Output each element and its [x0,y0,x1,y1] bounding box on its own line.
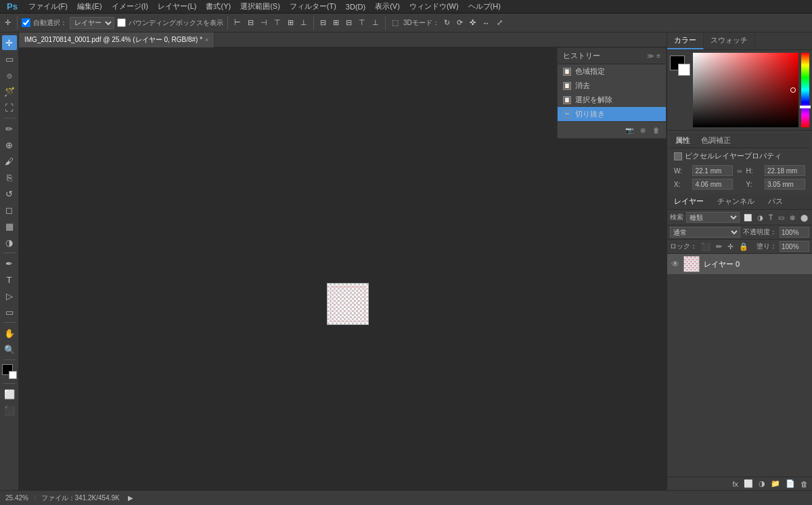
tab-paths[interactable]: パス [761,194,790,209]
menu-format[interactable]: 書式(Y) [202,0,235,13]
layers-filter-toggle[interactable]: ⬤ [799,213,809,222]
fg-bg-colors[interactable] [2,364,17,379]
menu-file[interactable]: ファイル(F) [24,0,72,13]
history-new-btn[interactable]: ⊕ [637,125,648,135]
blend-mode-select[interactable]: 通常 [670,227,740,238]
history-item-1[interactable]: 📋 消去 [558,79,666,93]
layers-group-btn[interactable]: 📁 [769,479,782,488]
layer-visibility-0[interactable]: 👁 [671,259,679,269]
shape-tool[interactable]: ▭ [2,305,17,320]
marquee-tool[interactable]: ▭ [2,51,17,66]
align-center-v-btn[interactable]: ⊞ [286,17,296,28]
layers-filter-shape-btn[interactable]: ▭ [777,213,786,222]
history-item-3[interactable]: ✂ 切り抜き [558,107,666,121]
bounding-box-checkbox[interactable] [117,18,126,27]
clone-tool[interactable]: ⎘ [2,170,17,185]
layers-filter-adj-btn[interactable]: ◑ [756,213,765,222]
menu-layer[interactable]: レイヤー(L) [154,0,200,13]
tab-color[interactable]: カラー [667,32,704,49]
props-w-input[interactable] [692,165,733,176]
props-link-icon[interactable]: ∞ [736,167,743,175]
menu-select[interactable]: 選択範囲(S) [236,0,284,13]
distribute-2-btn[interactable]: ⊞ [331,17,341,28]
distribute-5-btn[interactable]: ⊥ [370,17,381,28]
file-tab[interactable]: IMG_20170814_0001.pdf @ 25.4% (レイヤー 0, R… [19,32,215,47]
tab-close-btn[interactable]: × [205,37,208,43]
pen-tool[interactable]: ✒ [2,256,17,271]
canvas-background[interactable]: ヒストリー ≫ ≡ 📋 色域指定 📋 消去 📋 選択を解除 [19,47,667,490]
lasso-tool[interactable]: ⌾ [2,68,17,83]
auto-select-checkbox[interactable] [22,18,30,27]
layers-fx-btn[interactable]: fx [731,479,740,488]
history-expand-icon[interactable]: ≫ [647,52,654,60]
distribute-1-btn[interactable]: ⊟ [318,17,328,28]
3d-icon-btn[interactable]: ⬚ [390,17,401,28]
move-tool[interactable]: ✛ [2,35,17,50]
menu-3d[interactable]: 3D(D) [342,1,369,12]
quick-select-tool[interactable]: 🪄 [2,84,17,99]
align-left-btn[interactable]: ⊢ [232,17,243,28]
3d-scale-btn[interactable]: ⤢ [495,17,505,28]
layers-filter-select[interactable]: 種類 [686,212,740,223]
auto-select-dropdown[interactable]: レイヤー [70,17,114,29]
tab-layers[interactable]: レイヤー [667,194,710,209]
props-h-input[interactable] [765,165,805,176]
layers-delete-btn[interactable]: 🗑 [799,479,809,488]
layers-filter-type-btn[interactable]: T [767,213,774,222]
layers-new-btn[interactable]: 📄 [784,479,796,488]
layers-adj-btn[interactable]: ◑ [757,479,767,488]
lock-all-btn[interactable]: 🔒 [738,242,750,251]
align-right-btn[interactable]: ⊣ [258,17,269,28]
align-bottom-btn[interactable]: ⊥ [298,17,309,28]
tab-channels[interactable]: チャンネル [710,194,761,209]
color-gradient-picker[interactable] [693,53,798,127]
dodge-tool[interactable]: ◑ [2,235,17,250]
tab-swatches[interactable]: スウォッチ [704,32,755,49]
props-x-input[interactable] [692,179,733,190]
align-top-btn[interactable]: ⊤ [272,17,283,28]
move-tool-options[interactable]: ✛ [3,17,13,28]
lock-pixels-btn[interactable]: ⬛ [700,242,712,251]
menu-window[interactable]: ウィンドウ(W) [405,0,463,13]
menu-filter[interactable]: フィルター(T) [286,0,340,13]
screen-mode-btn[interactable]: ⬛ [2,403,17,418]
history-snapshot-btn[interactable]: 📷 [624,125,635,135]
opacity-input[interactable] [780,227,809,238]
color-hue-bar[interactable] [801,53,809,127]
3d-pan-btn[interactable]: ✜ [468,17,478,28]
history-brush-tool[interactable]: ↺ [2,186,17,201]
history-panel-header[interactable]: ヒストリー ≫ ≡ [558,48,666,64]
menu-help[interactable]: ヘルプ(H) [464,0,505,13]
mask-mode-btn[interactable]: ⬜ [2,387,17,401]
layer-item-0[interactable]: 👁 レイヤー 0 [667,254,812,274]
tab-adjustments[interactable]: 色調補正 [696,133,736,148]
eraser-tool[interactable]: ◻ [2,202,17,217]
layers-filter-pixel-btn[interactable]: ⬜ [742,213,753,222]
brush-tool[interactable]: 🖌 [2,154,17,169]
menu-view[interactable]: 表示(V) [371,0,404,13]
crop-tool[interactable]: ⛶ [2,100,17,115]
align-center-h-btn[interactable]: ⊟ [246,17,256,28]
history-menu-icon[interactable]: ≡ [656,52,660,60]
tab-attributes[interactable]: 属性 [670,133,696,148]
lock-move-btn[interactable]: ✛ [726,242,735,251]
eyedropper-tool[interactable]: ✏ [2,121,17,136]
3d-slide-btn[interactable]: ↔ [480,18,492,28]
background-color[interactable] [9,371,17,379]
type-tool[interactable]: T [2,272,17,287]
gradient-tool[interactable]: ▦ [2,219,17,234]
history-delete-btn[interactable]: 🗑 [651,125,662,135]
history-item-2[interactable]: 📋 選択を解除 [558,93,666,107]
spot-heal-tool[interactable]: ⊕ [2,137,17,152]
menu-image[interactable]: イメージ(I) [108,0,152,13]
history-item-0[interactable]: 📋 色域指定 [558,64,666,79]
fill-input[interactable] [780,241,809,252]
lock-paint-btn[interactable]: ✏ [715,242,723,251]
distribute-3-btn[interactable]: ⊟ [344,17,354,28]
fg-bg-color-boxes[interactable] [670,56,690,76]
3d-roll-btn[interactable]: ⟳ [455,17,465,28]
zoom-tool[interactable]: 🔍 [2,342,17,357]
distribute-4-btn[interactable]: ⊤ [357,17,367,28]
layers-mask-btn[interactable]: ⬜ [742,479,754,488]
background-color-box[interactable] [678,64,690,76]
